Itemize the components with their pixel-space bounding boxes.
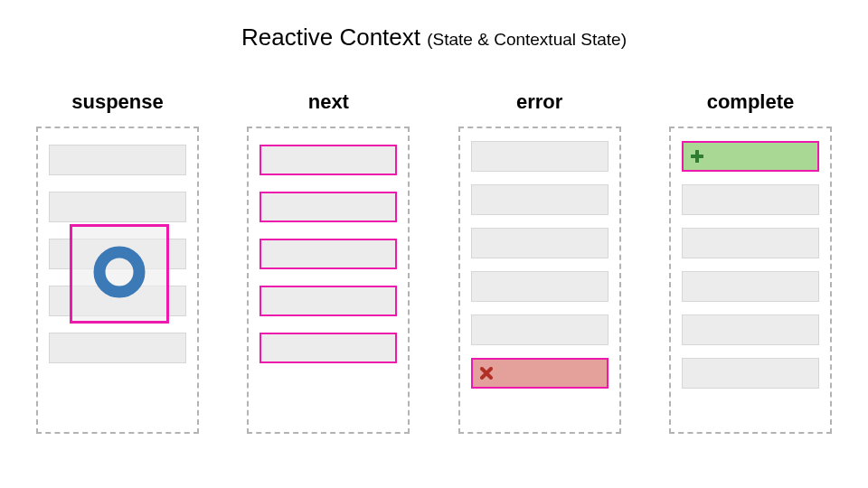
state-row	[259, 286, 397, 316]
diagram-title-sub: (State & Contextual State)	[427, 30, 627, 49]
state-row	[471, 314, 609, 345]
state-row	[682, 184, 819, 215]
state-row	[471, 271, 609, 302]
panel-complete	[669, 127, 832, 434]
state-row	[682, 271, 819, 302]
column-label-suspense: suspense	[36, 90, 199, 114]
error-row	[471, 358, 609, 389]
state-row	[682, 228, 819, 258]
column-label-error: error	[458, 90, 621, 114]
diagram-title: Reactive Context (State & Contextual Sta…	[0, 23, 868, 52]
state-row	[259, 145, 397, 175]
diagram-title-main: Reactive Context	[241, 23, 420, 51]
state-row	[471, 184, 609, 215]
column-label-next: next	[247, 90, 410, 114]
svg-point-0	[99, 252, 139, 292]
column-labels-row: suspense next error complete	[36, 90, 832, 114]
state-row	[259, 239, 397, 269]
panels-row	[36, 127, 832, 434]
complete-row	[682, 141, 819, 172]
panel-suspense	[36, 127, 199, 434]
state-row	[259, 192, 397, 222]
state-row	[682, 358, 819, 389]
state-row	[49, 145, 186, 175]
state-row	[471, 141, 609, 172]
state-row	[49, 333, 186, 363]
state-row	[682, 314, 819, 345]
panel-next	[247, 127, 410, 434]
suspense-indicator	[70, 224, 169, 324]
spinner-icon	[91, 244, 147, 304]
state-row	[49, 192, 186, 222]
state-row	[471, 228, 609, 258]
panel-error	[458, 127, 621, 434]
state-row	[259, 333, 397, 363]
column-label-complete: complete	[669, 90, 832, 114]
